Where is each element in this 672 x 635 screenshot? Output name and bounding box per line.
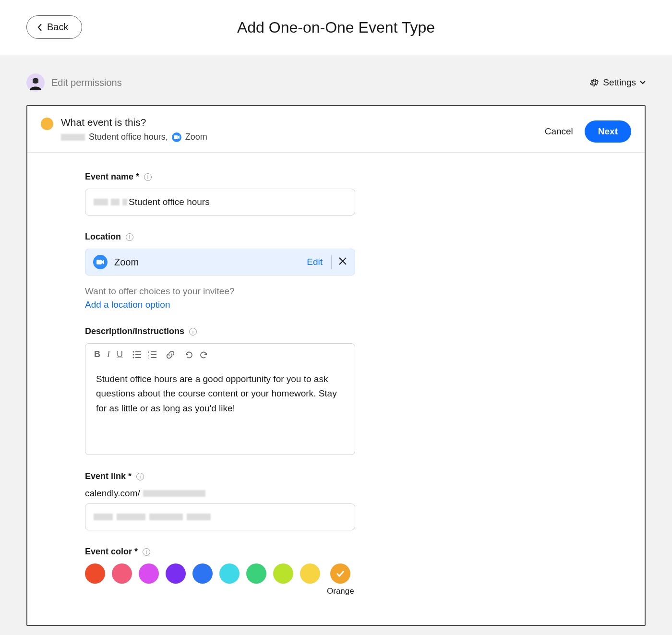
chevron-left-icon	[37, 24, 42, 31]
card-header-actions: Cancel Next	[545, 120, 631, 143]
svg-point-1	[133, 351, 134, 352]
link-button[interactable]	[166, 350, 175, 359]
chevron-down-icon	[640, 81, 646, 84]
settings-button[interactable]: Settings	[589, 77, 646, 88]
event-link-field: Event link * i calendly.com/	[85, 471, 355, 530]
event-name-label: Event name * i	[85, 172, 355, 182]
summary-event-name: Student office hours,	[89, 132, 168, 142]
svg-text:3: 3	[148, 356, 150, 359]
card-header-title: What event is this?	[61, 117, 207, 128]
color-swatch-blue[interactable]	[192, 563, 213, 584]
redo-button[interactable]	[200, 350, 208, 359]
event-card: What event is this? Student office hours…	[26, 105, 646, 626]
bold-button[interactable]: B	[94, 349, 100, 359]
permissions-row: Edit permissions Settings	[26, 73, 646, 92]
numbered-list-button[interactable]: 123	[148, 350, 156, 359]
summary-location: Zoom	[185, 132, 207, 142]
event-name-field: Event name * i	[85, 172, 355, 216]
permissions-left: Edit permissions	[26, 73, 122, 92]
svg-rect-2	[135, 351, 141, 352]
svg-rect-4	[135, 354, 141, 355]
back-button[interactable]: Back	[26, 15, 82, 39]
avatar	[26, 73, 45, 92]
underline-button[interactable]: U	[117, 349, 123, 359]
info-icon[interactable]: i	[136, 473, 144, 480]
location-field: Location i Zoom Edit	[85, 232, 355, 310]
color-swatch-magenta[interactable]	[139, 563, 159, 584]
card-header-left: What event is this? Student office hours…	[41, 117, 207, 142]
add-location-link[interactable]: Add a location option	[85, 300, 170, 310]
topbar: Back Add One-on-One Event Type	[0, 0, 672, 55]
description-label: Description/Instructions i	[85, 326, 355, 336]
back-label: Back	[47, 22, 68, 33]
location-edit-link[interactable]: Edit	[307, 257, 331, 267]
svg-point-5	[133, 357, 134, 358]
svg-rect-8	[151, 351, 156, 352]
svg-point-3	[133, 354, 134, 355]
color-swatch-lime[interactable]	[273, 563, 293, 584]
italic-button[interactable]: I	[107, 349, 110, 359]
card-body: Event name * i Location i	[27, 153, 645, 625]
cancel-button[interactable]: Cancel	[545, 126, 573, 137]
edit-permissions-link[interactable]: Edit permissions	[51, 77, 122, 88]
close-icon	[338, 257, 347, 265]
info-icon[interactable]: i	[189, 328, 197, 335]
page-title: Add One-on-One Event Type	[237, 19, 435, 36]
event-color-label: Event color * i	[85, 547, 616, 557]
description-textarea[interactable]: Student office hours are a good opportun…	[85, 363, 355, 455]
redacted-prefix	[94, 199, 127, 205]
check-icon	[335, 568, 346, 579]
redacted-slug	[94, 514, 211, 520]
location-remove-button[interactable]	[338, 257, 347, 267]
rich-text-editor: B I U 123	[85, 343, 355, 455]
redacted-text	[143, 490, 205, 497]
location-selected: Zoom Edit	[85, 249, 355, 276]
info-icon[interactable]: i	[143, 548, 150, 556]
location-label: Location i	[85, 232, 355, 242]
card-header-subtitle: Student office hours, Zoom	[61, 132, 207, 142]
content-area: Edit permissions Settings What event is …	[0, 55, 672, 635]
event-link-label: Event link * i	[85, 471, 355, 481]
color-selected-label: Orange	[327, 587, 354, 596]
bullet-list-button[interactable]	[132, 350, 141, 359]
color-options: Orange	[85, 563, 616, 596]
color-swatch-violet[interactable]	[166, 563, 186, 584]
settings-label: Settings	[603, 77, 636, 88]
location-name: Zoom	[114, 257, 139, 268]
color-swatch-red[interactable]	[85, 563, 105, 584]
avatar-icon	[28, 75, 43, 90]
color-swatch-yellow[interactable]	[300, 563, 320, 584]
next-button[interactable]: Next	[585, 120, 631, 143]
undo-button[interactable]	[184, 350, 193, 359]
svg-rect-10	[151, 354, 156, 355]
rte-toolbar: B I U 123	[85, 344, 355, 363]
divider	[331, 255, 332, 269]
color-swatch-green[interactable]	[246, 563, 266, 584]
color-swatch-orange[interactable]	[330, 563, 350, 584]
color-swatch-pink[interactable]	[112, 563, 132, 584]
zoom-icon	[172, 132, 181, 142]
description-field: Description/Instructions i B I U	[85, 326, 355, 455]
card-header: What event is this? Student office hours…	[27, 106, 645, 153]
svg-rect-6	[135, 357, 141, 358]
color-swatch-cyan[interactable]	[219, 563, 240, 584]
event-link-prefix: calendly.com/	[85, 488, 355, 499]
info-icon[interactable]: i	[144, 173, 152, 181]
event-color-field: Event color * i Orange	[85, 547, 616, 596]
svg-rect-12	[151, 357, 156, 358]
location-hint: Want to offer choices to your invitee?	[85, 286, 355, 297]
redacted-text	[61, 134, 85, 141]
gear-icon	[589, 78, 599, 87]
info-icon[interactable]: i	[126, 233, 133, 241]
event-color-dot	[41, 118, 53, 130]
zoom-icon	[93, 255, 108, 269]
